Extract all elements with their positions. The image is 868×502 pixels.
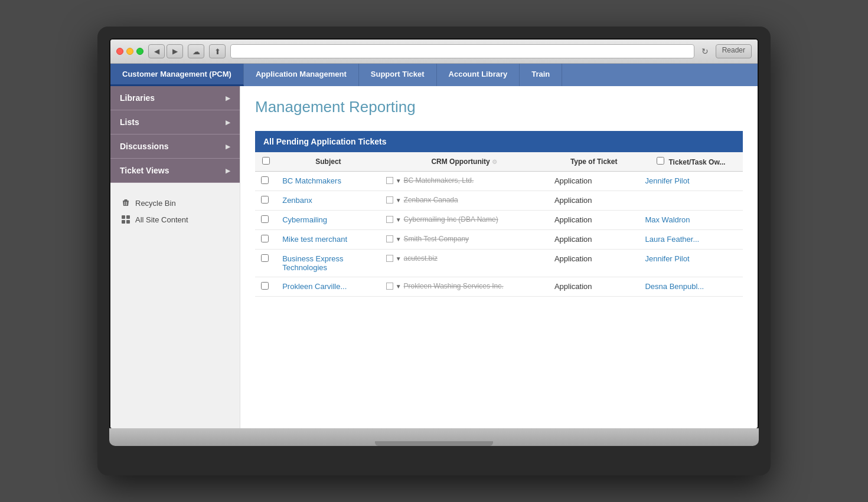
crm-checkbox[interactable] — [386, 255, 393, 262]
forward-button[interactable]: ▶ — [167, 44, 183, 58]
row-checkbox[interactable] — [261, 196, 269, 204]
sidebar: Libraries ▶ Lists ▶ Discussions ▶ Ticket… — [110, 86, 240, 428]
sidebar-item-ticket-views[interactable]: Ticket Views ▶ — [110, 159, 240, 183]
type-text: Application — [554, 215, 592, 224]
screen: ◀ ▶ ☁ ⬆ ↻ Reader Customer Management (PC… — [109, 38, 759, 429]
crm-dropdown-arrow[interactable]: ▼ — [396, 283, 402, 290]
recycle-icon — [121, 198, 130, 208]
sidebar-item-label: Discussions — [120, 142, 168, 151]
crm-cell: ▼Zenbanx Canada — [380, 191, 549, 211]
tab-train[interactable]: Train — [520, 64, 562, 86]
crm-cell: ▼Prokleen Washing Services Inc. — [380, 277, 549, 297]
crm-cell: ▼Smith Test Company — [380, 230, 549, 250]
row-checkbox-cell — [255, 211, 276, 230]
crm-checkbox[interactable] — [386, 235, 393, 242]
subject-link[interactable]: Cybermailing — [282, 215, 327, 224]
crm-text: acutest.biz — [404, 254, 438, 263]
share-button[interactable]: ⬆ — [209, 44, 226, 58]
reader-button[interactable]: Reader — [716, 44, 752, 58]
sidebar-utilities: Recycle Bin All Site Content — [110, 183, 240, 239]
recycle-bin-label: Recycle Bin — [135, 199, 176, 208]
main-content: Libraries ▶ Lists ▶ Discussions ▶ Ticket… — [110, 86, 758, 428]
type-text: Application — [554, 176, 592, 185]
crm-cell: ▼BC Matchmakers, Ltd. — [380, 172, 549, 191]
subject-link[interactable]: Business Express Technologies — [282, 254, 343, 272]
row-checkbox[interactable] — [261, 176, 269, 184]
subject-cell: Zenbanx — [276, 191, 380, 211]
crm-checkbox[interactable] — [386, 196, 393, 204]
all-site-content-link[interactable]: All Site Content — [116, 211, 234, 228]
table-row: Business Express Technologies▼acutest.bi… — [255, 250, 743, 277]
type-cell: Application — [549, 250, 639, 277]
subject-link[interactable]: Zenbanx — [282, 196, 312, 205]
crm-text: Smith Test Company — [404, 235, 469, 243]
crm-checkbox[interactable] — [386, 283, 393, 290]
crm-dropdown-arrow[interactable]: ▼ — [396, 255, 402, 262]
type-text: Application — [554, 254, 592, 263]
owner-cell: Desna Benpubl... — [639, 277, 743, 297]
owner-cell: Laura Feather... — [639, 230, 743, 250]
table-row: BC Matchmakers▼BC Matchmakers, Ltd.Appli… — [255, 172, 743, 191]
row-checkbox[interactable] — [261, 254, 269, 262]
sidebar-item-label: Lists — [120, 117, 139, 127]
subject-cell: BC Matchmakers — [276, 172, 380, 191]
svg-rect-2 — [122, 220, 125, 224]
header-crm: CRM Opportunity ⚙ — [380, 152, 549, 172]
table-section-header: All Pending Application Tickets — [255, 131, 743, 152]
sidebar-item-libraries[interactable]: Libraries ▶ — [110, 86, 240, 110]
tab-application-management[interactable]: Application Management — [244, 64, 359, 86]
owner-checkbox[interactable] — [657, 157, 664, 165]
owner-link[interactable]: Jennifer Pilot — [645, 254, 689, 263]
subject-link[interactable]: Mike test merchant — [282, 235, 347, 244]
crm-dropdown-arrow[interactable]: ▼ — [396, 236, 402, 242]
url-bar[interactable] — [230, 44, 694, 58]
type-cell: Application — [549, 172, 639, 191]
refresh-button[interactable]: ↻ — [699, 47, 711, 56]
header-select-all[interactable] — [255, 152, 276, 172]
subject-link[interactable]: Prokleen Carville... — [282, 282, 347, 291]
owner-link[interactable]: Max Waldron — [645, 215, 690, 224]
content-area: Management Reporting All Pending Applica… — [240, 86, 758, 428]
owner-link[interactable]: Laura Feather... — [645, 235, 699, 244]
type-cell: Application — [549, 211, 639, 230]
sort-icon[interactable]: ⚙ — [492, 159, 497, 165]
chevron-right-icon: ▶ — [226, 119, 230, 126]
recycle-bin-link[interactable]: Recycle Bin — [116, 195, 234, 211]
crm-dropdown-arrow[interactable]: ▼ — [396, 197, 402, 204]
row-checkbox-cell — [255, 277, 276, 297]
tab-account-library[interactable]: Account Library — [437, 64, 520, 86]
tickets-table: All Pending Application Tickets Subject … — [255, 131, 743, 297]
close-button[interactable] — [116, 48, 123, 55]
row-checkbox[interactable] — [261, 235, 269, 242]
column-headers: Subject CRM Opportunity ⚙ Type of Ticket — [255, 152, 743, 172]
crm-dropdown-arrow[interactable]: ▼ — [396, 216, 402, 223]
minimize-button[interactable] — [126, 48, 133, 55]
sidebar-item-label: Ticket Views — [120, 166, 169, 175]
row-checkbox[interactable] — [261, 215, 269, 223]
type-text: Application — [554, 282, 592, 291]
sidebar-item-label: Libraries — [120, 93, 155, 103]
crm-dropdown-arrow[interactable]: ▼ — [396, 178, 402, 184]
cloud-button[interactable]: ☁ — [188, 44, 204, 58]
owner-link[interactable]: Jennifer Pilot — [645, 176, 689, 185]
crm-checkbox[interactable] — [386, 216, 393, 223]
tab-support-ticket[interactable]: Support Ticket — [359, 64, 437, 86]
browser-chrome: ◀ ▶ ☁ ⬆ ↻ Reader — [110, 40, 758, 64]
crm-text: BC Matchmakers, Ltd. — [404, 176, 474, 185]
tab-customer-management[interactable]: Customer Management (PCM) — [110, 64, 244, 86]
subject-link[interactable]: BC Matchmakers — [282, 176, 341, 185]
sidebar-item-discussions[interactable]: Discussions ▶ — [110, 134, 240, 159]
subject-cell: Mike test merchant — [276, 230, 380, 250]
owner-cell: Max Waldron — [639, 211, 743, 230]
back-button[interactable]: ◀ — [148, 44, 165, 58]
row-checkbox[interactable] — [261, 282, 269, 290]
owner-link[interactable]: Desna Benpubl... — [645, 282, 704, 291]
sidebar-item-lists[interactable]: Lists ▶ — [110, 110, 240, 134]
crm-checkbox[interactable] — [386, 177, 393, 184]
svg-rect-3 — [126, 220, 130, 224]
crm-cell: ▼Cybermailing Inc (DBA Name) — [380, 211, 549, 230]
traffic-lights — [116, 48, 143, 55]
owner-cell: Jennifer Pilot — [639, 250, 743, 277]
maximize-button[interactable] — [136, 48, 143, 55]
select-all-checkbox[interactable] — [262, 157, 270, 165]
